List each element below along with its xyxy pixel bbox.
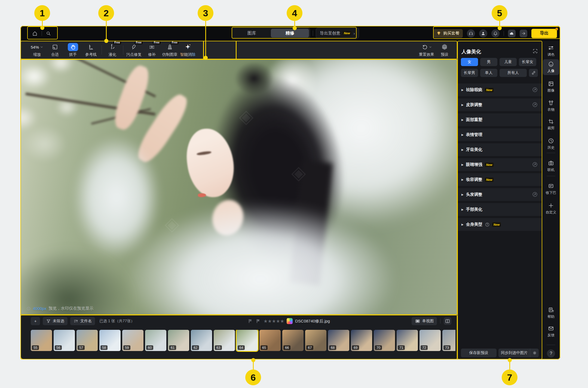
- gender-button-男[interactable]: 男: [480, 58, 497, 66]
- sidebar-item-人像[interactable]: 人像: [543, 59, 559, 75]
- thumbnail-67[interactable]: 67: [305, 330, 326, 351]
- star-icon[interactable]: ★: [264, 319, 268, 324]
- sidebar-item-图像[interactable]: 图像: [543, 79, 559, 95]
- sync-to-selected-button[interactable]: 同步到选中图片: [498, 349, 530, 357]
- tool-liquify[interactable]: Free液化: [103, 41, 121, 59]
- sidebar-item-联机[interactable]: 联机: [543, 158, 559, 174]
- support-button[interactable]: [467, 29, 475, 38]
- search-icon[interactable]: [46, 31, 51, 36]
- tool-zoom-percent[interactable]: 54%缩放: [28, 41, 46, 59]
- tool-undo[interactable]: 重置效果: [418, 41, 436, 59]
- sidebar-item-帮助[interactable]: 帮助: [543, 305, 559, 321]
- sidebar-item-调色[interactable]: 调色: [543, 43, 559, 59]
- auto-apply-icon[interactable]: [532, 191, 538, 197]
- section-全身美型[interactable]: ▶ 全身美型New: [458, 218, 542, 231]
- tool-patch[interactable]: Free修补: [143, 41, 161, 59]
- tool-hand[interactable]: 抓手: [64, 41, 82, 59]
- buy-plan-label: 购买套餐: [443, 31, 460, 36]
- thumbnail-61[interactable]: 61: [168, 330, 189, 351]
- thumbnail-number: 73: [443, 345, 451, 350]
- share-button[interactable]: [520, 30, 527, 37]
- reject-flag-icon[interactable]: [256, 318, 261, 324]
- gender-button-长辈男[interactable]: 长辈男: [461, 69, 478, 77]
- tool-ruler[interactable]: 参考线: [82, 41, 100, 59]
- thumbnail-70[interactable]: 70: [374, 330, 395, 351]
- thumbnail-73[interactable]: 73: [442, 330, 455, 351]
- tool-fit[interactable]: 合适: [46, 41, 64, 59]
- photo-canvas[interactable]: ◈ ◈ ◈ 4000px 预览，水印仅在预览显示: [20, 59, 457, 315]
- sidebar-item-自定义[interactable]: 自定义: [543, 201, 559, 216]
- thumbnail-55[interactable]: 55: [31, 330, 52, 351]
- star-icon[interactable]: ★: [276, 319, 280, 324]
- cloud-sync-button[interactable]: [508, 30, 516, 37]
- gender-button-女[interactable]: 女: [461, 58, 478, 66]
- home-icon[interactable]: [32, 30, 38, 36]
- thumbnail-68[interactable]: 68: [328, 330, 349, 351]
- export-to-creative-button[interactable]: 导出至创意 New ›: [316, 28, 359, 39]
- quick-help-button[interactable]: ?: [547, 349, 555, 358]
- thumbnail-63[interactable]: 63: [214, 330, 235, 351]
- tool-clone-stamp[interactable]: Free仿制图章: [161, 41, 179, 59]
- thumbnail-72[interactable]: 72: [419, 330, 441, 351]
- gender-button-长辈女[interactable]: 长辈女: [519, 58, 536, 66]
- tool-spot-heal[interactable]: Free污点修复: [125, 41, 143, 59]
- sync-settings-button[interactable]: [530, 349, 539, 357]
- auto-apply-icon[interactable]: [532, 102, 538, 108]
- thumbnail-62[interactable]: 62: [191, 330, 212, 351]
- section-头发调整[interactable]: ▶ 头发调整: [458, 188, 542, 201]
- link-faces-button[interactable]: [529, 69, 538, 77]
- auto-apply-icon[interactable]: [532, 162, 538, 167]
- add-photos-button[interactable]: +: [31, 317, 40, 325]
- star-rating[interactable]: ★★★★★: [264, 318, 284, 324]
- section-祛除瑕疵[interactable]: ▶ 祛除瑕疵New: [458, 83, 542, 96]
- account-button[interactable]: [479, 29, 487, 38]
- star-icon[interactable]: ★: [280, 319, 284, 324]
- split-view-button[interactable]: [444, 317, 451, 325]
- tool-preset-cube[interactable]: 预设: [436, 41, 454, 59]
- save-preset-button[interactable]: 保存新预设: [461, 349, 497, 357]
- gender-button-单人[interactable]: 单人: [480, 69, 497, 77]
- auto-apply-icon[interactable]: [532, 87, 538, 93]
- section-手部美化[interactable]: ▶ 手部美化: [458, 203, 542, 216]
- star-icon[interactable]: ★: [268, 319, 272, 324]
- section-牙齿美化[interactable]: ▶ 牙齿美化: [458, 143, 542, 156]
- section-皮肤调整[interactable]: ▶ 皮肤调整: [458, 98, 542, 111]
- sidebar-item-衣物[interactable]: 衣物: [543, 98, 559, 114]
- zoom-level-value[interactable]: 54%: [31, 43, 43, 51]
- gender-button-所有人[interactable]: 所有人: [500, 69, 527, 77]
- thumbnail-59[interactable]: 59: [122, 330, 143, 351]
- tool-ai-sparkle[interactable]: 智能消除: [179, 41, 197, 59]
- gender-button-儿童[interactable]: 儿童: [500, 58, 517, 66]
- pick-flag-icon[interactable]: [248, 318, 253, 324]
- star-icon[interactable]: ★: [272, 319, 276, 324]
- thumbnail-65[interactable]: 65: [259, 330, 281, 351]
- tab-retouch[interactable]: 精修: [271, 29, 309, 38]
- sidebar-item-历史[interactable]: 历史: [543, 136, 559, 152]
- thumbnail-71[interactable]: 71: [397, 330, 418, 351]
- export-button[interactable]: 导出: [531, 29, 557, 38]
- color-label-swatch[interactable]: [287, 318, 293, 324]
- thumbnail-56[interactable]: 56: [54, 330, 75, 351]
- buy-plan-button[interactable]: 购买套餐: [433, 29, 463, 38]
- thumbnail-58[interactable]: 58: [99, 330, 121, 351]
- thumbnail-60[interactable]: 60: [145, 330, 166, 351]
- thumbnail-69[interactable]: 69: [351, 330, 372, 351]
- notifications-button[interactable]: [491, 29, 500, 38]
- gender-label: 男: [487, 60, 491, 64]
- filter-button[interactable]: 未筛选: [43, 317, 68, 325]
- sidebar-item-反馈[interactable]: 反馈: [543, 324, 559, 339]
- section-表情管理[interactable]: ▶ 表情管理: [458, 128, 542, 141]
- tab-gallery[interactable]: 图库: [233, 29, 271, 38]
- single-view-button[interactable]: 单视图: [412, 317, 437, 325]
- preview-size-link[interactable]: 4000px: [33, 306, 46, 311]
- section-眼睛增强[interactable]: ▶ 眼睛增强New: [458, 158, 542, 171]
- section-面部重塑[interactable]: ▶ 面部重塑: [458, 113, 542, 126]
- face-scan-icon[interactable]: [532, 48, 538, 54]
- sidebar-item-裁剪[interactable]: 裁剪: [543, 117, 559, 132]
- thumbnail-57[interactable]: 57: [76, 330, 98, 351]
- section-妆容调整[interactable]: ▶ 妆容调整New: [458, 173, 542, 186]
- sort-button[interactable]: 文件名: [70, 317, 95, 325]
- thumbnail-64[interactable]: 64: [237, 330, 258, 351]
- sidebar-item-收下巴[interactable]: 收下巴: [543, 181, 559, 197]
- thumbnail-66[interactable]: 66: [282, 330, 304, 351]
